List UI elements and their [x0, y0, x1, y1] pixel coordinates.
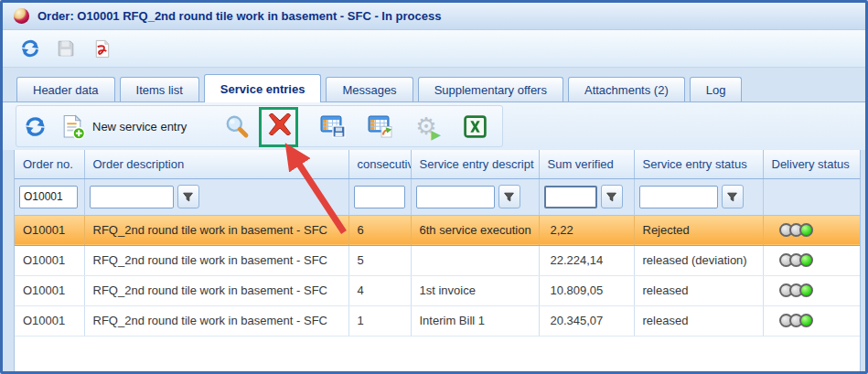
filter-input-sum-verified[interactable] [544, 186, 597, 208]
pdf-export-button[interactable] [89, 36, 114, 61]
column-header-service-entry-status[interactable]: Service entry status [634, 150, 763, 178]
filter-input-order-description[interactable] [90, 186, 174, 208]
cell-service-entry-status: Rejected [634, 215, 763, 245]
tab-label: Service entries [220, 82, 305, 96]
cell-service-entry-status: released [634, 305, 763, 336]
title-bar: Order: O10001 RFQ_2nd round tile work in… [3, 3, 865, 30]
cell-sum-verified: 22.224,14 [539, 245, 634, 275]
cell-service-entry-status: released (deviation) [634, 245, 763, 275]
column-header-order-no[interactable]: Order no. [15, 150, 84, 178]
tab-log[interactable]: Log [690, 77, 743, 102]
new-document-icon [59, 113, 86, 140]
save-icon [56, 38, 76, 59]
delivery-status-lights [772, 314, 857, 327]
table-row[interactable]: O10001 RFQ_2nd round tile work in baseme… [15, 245, 860, 275]
table-row[interactable]: O10001 RFQ_2nd round tile work in baseme… [15, 215, 860, 245]
tab-messages[interactable]: Messages [326, 77, 413, 102]
filter-row [15, 178, 860, 215]
delete-service-entry-button[interactable] [264, 109, 295, 140]
cell-sum-verified: 2,22 [539, 215, 634, 245]
excel-export-button[interactable] [459, 111, 490, 142]
search-icon [224, 113, 250, 139]
cell-sum-verified: 10.809,05 [539, 275, 634, 305]
table-row[interactable]: O10001 RFQ_2nd round tile work in baseme… [15, 305, 860, 336]
column-header-service-entry-description[interactable]: Service entry descript [411, 150, 539, 178]
cell-sum-verified: 20.345,07 [539, 305, 634, 336]
table-row[interactable]: O10001 RFQ_2nd round tile work in baseme… [15, 275, 860, 305]
cell-consecutive: 1 [348, 305, 411, 336]
tab-attachments[interactable]: Attachments (2) [568, 77, 685, 102]
column-header-delivery-status[interactable]: Delivery status [763, 150, 860, 178]
new-service-entry-label: New service entry [92, 120, 187, 134]
refresh-icon [23, 114, 48, 139]
cell-service-entry-description [411, 245, 539, 275]
app-logo-icon [14, 8, 29, 24]
tab-strip: Header data Items list Service entries M… [3, 68, 865, 102]
window-title: Order: O10001 RFQ_2nd round tile work in… [38, 9, 441, 23]
run-process-button[interactable]: ⚙ ▶ [411, 111, 442, 142]
column-header-consecutive[interactable]: consecutive [348, 150, 411, 178]
tab-service-entries[interactable]: Service entries [204, 74, 322, 102]
cell-service-entry-description: 6th service execution [411, 215, 539, 245]
cell-order-no: O10001 [15, 275, 84, 305]
cell-order-description: RFQ_2nd round tile work in basement - SF… [84, 305, 348, 336]
grid-empty-area [15, 337, 860, 372]
main-toolbar [3, 30, 865, 68]
funnel-icon [503, 191, 515, 203]
cell-order-description: RFQ_2nd round tile work in basement - SF… [84, 215, 348, 245]
tab-label: Header data [33, 83, 99, 97]
filter-funnel-button[interactable] [601, 185, 623, 208]
service-entries-grid: Order no. Order description consecutive … [14, 150, 861, 371]
grid-export-button[interactable] [365, 111, 396, 142]
delivery-status-lights [772, 253, 857, 267]
cell-delivery-status [763, 215, 860, 245]
tab-items-list[interactable]: Items list [120, 77, 199, 102]
filter-funnel-button[interactable] [177, 185, 199, 208]
grid-layout-save-button[interactable] [317, 111, 348, 142]
cell-delivery-status [763, 305, 860, 336]
new-service-entry-button[interactable]: New service entry [59, 111, 187, 142]
cell-delivery-status [763, 275, 860, 305]
play-icon: ▶ [431, 127, 441, 142]
filter-input-service-entry-status[interactable] [639, 186, 718, 208]
cell-service-entry-description: Interim Bill 1 [411, 305, 539, 336]
filter-funnel-button[interactable] [498, 185, 520, 208]
service-entries-toolbar: New service entry [3, 102, 865, 150]
refresh-button[interactable] [17, 36, 43, 61]
tab-header-data[interactable]: Header data [16, 77, 115, 102]
grid-refresh-button[interactable] [19, 111, 50, 142]
tab-label: Supplementary offers [434, 83, 547, 97]
filter-input-order-no[interactable] [19, 186, 78, 208]
cell-order-no: O10001 [15, 215, 84, 245]
cell-order-no: O10001 [15, 305, 84, 336]
delivery-status-lights [772, 223, 857, 237]
search-button[interactable] [221, 111, 252, 142]
column-header-order-description[interactable]: Order description [84, 150, 348, 178]
save-button[interactable] [53, 36, 79, 61]
excel-icon [463, 114, 488, 139]
grid-export-icon [367, 112, 394, 140]
cell-consecutive: 5 [348, 245, 411, 275]
refresh-icon [19, 37, 41, 59]
tab-label: Attachments (2) [584, 83, 669, 97]
filter-input-service-entry-description[interactable] [416, 186, 495, 208]
column-header-sum-verified[interactable]: Sum verified [539, 150, 634, 178]
cell-order-no: O10001 [15, 245, 84, 275]
delete-x-icon [265, 110, 295, 139]
funnel-icon [726, 191, 738, 203]
tab-label: Items list [136, 83, 183, 97]
grid-save-icon [319, 112, 347, 140]
tab-supplementary-offers[interactable]: Supplementary offers [418, 77, 563, 102]
filter-input-consecutive[interactable] [354, 186, 405, 208]
tab-label: Log [706, 83, 726, 97]
filter-funnel-button[interactable] [722, 185, 744, 208]
cell-service-entry-status: released [634, 275, 763, 305]
header-row: Order no. Order description consecutive … [15, 150, 860, 178]
cell-order-description: RFQ_2nd round tile work in basement - SF… [84, 275, 348, 305]
cell-consecutive: 6 [348, 215, 411, 245]
delivery-status-lights [772, 283, 857, 297]
funnel-icon [605, 191, 617, 203]
funnel-icon [182, 191, 194, 203]
pdf-icon [91, 38, 113, 59]
cell-service-entry-description: 1st invoice [411, 275, 539, 305]
